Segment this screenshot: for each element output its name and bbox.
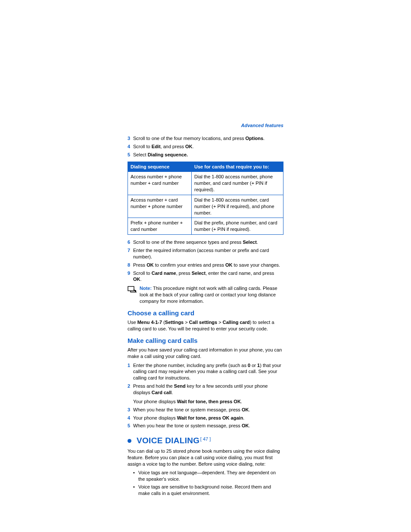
- table-row: Prefix + phone number + card number Dial…: [128, 218, 283, 235]
- table-row: Access number + card number + phone numb…: [128, 195, 283, 218]
- table-row: Access number + phone number + card numb…: [128, 172, 283, 195]
- table-header-1: Dialing sequence: [128, 162, 192, 172]
- heading-choose: Choose a calling card: [128, 309, 283, 317]
- make-step-2: 2 Press and hold the Send key for a few …: [128, 383, 283, 405]
- header-section[interactable]: Advanced features: [241, 123, 283, 128]
- step-5: 5 Select Dialing sequence.: [128, 152, 283, 158]
- dialing-sequence-table: Dialing sequence Use for cards that requ…: [128, 162, 283, 235]
- step-6: 6 Scroll to one of the three sequence ty…: [128, 239, 283, 246]
- page-content: 3 Scroll to one of the four memory locat…: [128, 135, 283, 497]
- table-header-2: Use for cards that require you to:: [192, 162, 283, 172]
- note-block: Note: This procedure might not work with…: [128, 285, 283, 305]
- make-step-4: 4 Your phone displays Wait for tone, pre…: [128, 415, 283, 421]
- step-7: 7 Enter the required information (access…: [128, 247, 283, 260]
- svg-rect-0: [128, 286, 134, 291]
- make-intro: After you have saved your calling card i…: [128, 347, 283, 360]
- make-step-3: 3 When you hear the tone or system messa…: [128, 407, 283, 413]
- voice-bullet-1: • Voice tags are not language—dependent.…: [128, 470, 283, 482]
- step-8: 8 Press OK to confirm your entries and p…: [128, 262, 283, 268]
- step-9: 9 Scroll to Card name, press Select, ent…: [128, 270, 283, 283]
- page-number: [ 47 ]: [0, 436, 411, 442]
- voice-bullet-2: • Voice tags are sensitive to background…: [128, 484, 283, 497]
- make-step-1: 1 Enter the phone number, including any …: [128, 362, 283, 382]
- note-icon: [128, 285, 140, 305]
- heading-make: Make calling card calls: [128, 336, 283, 345]
- step-3: 3 Scroll to one of the four memory locat…: [128, 135, 283, 142]
- make-step-5: 5 When you hear the tone or system messa…: [128, 423, 283, 429]
- voice-intro: You can dial up to 25 stored phone book …: [128, 448, 283, 467]
- choose-text: Use Menu 4-1-7 (Settings > Call settings…: [128, 319, 283, 332]
- step-4: 4 Scroll to Edit, and press OK.: [128, 143, 283, 150]
